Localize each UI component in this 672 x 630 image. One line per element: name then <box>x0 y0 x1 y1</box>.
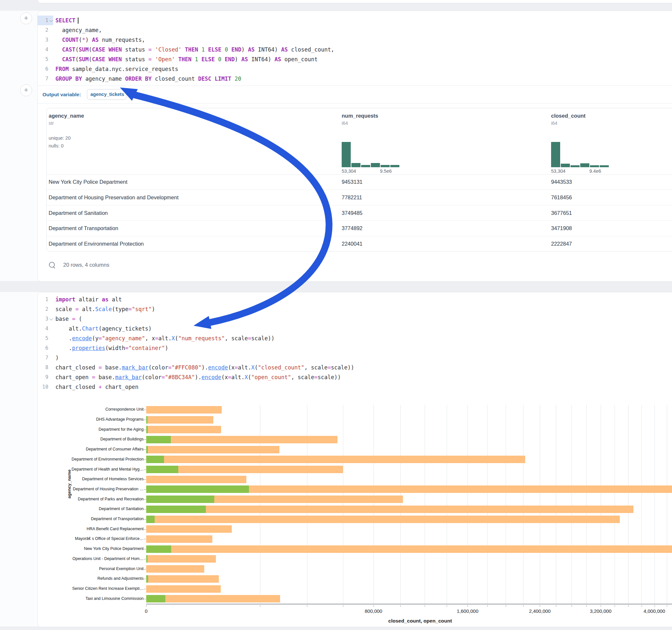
code-line: .properties(width="container") <box>55 343 168 353</box>
x-axis-tick <box>487 605 487 607</box>
previous-cell-edge <box>37 0 672 3</box>
code-line: COUNT(*) AS num_requests, <box>55 35 145 45</box>
column-stat: unique: 20 <box>49 136 71 141</box>
output-variable-row: Output variable: agency_tickets <box>38 86 672 104</box>
code-token: AS <box>281 46 288 53</box>
chevron-down-icon[interactable] <box>49 317 53 320</box>
column-header[interactable]: num_requests <box>342 113 378 119</box>
open-count-bar <box>146 466 178 473</box>
closed-count-bar <box>146 585 221 593</box>
x-axis-tick <box>374 605 374 607</box>
code-token: 0 <box>225 46 228 53</box>
line-number: 7 <box>38 353 48 363</box>
code-token: base <box>55 316 72 322</box>
line-number: 3 <box>38 314 48 324</box>
table-row[interactable]: Department of Housing Preservation and D… <box>47 190 672 205</box>
code-token <box>198 56 201 63</box>
code-token: alt. <box>55 325 82 332</box>
x-axis-tick <box>654 605 655 607</box>
code-token: alt. <box>158 335 171 342</box>
table-row[interactable]: Department of Transportation377489234719… <box>47 220 672 236</box>
gridline <box>654 405 655 604</box>
code-token: = <box>148 56 152 63</box>
code-token: chart_open <box>102 384 138 390</box>
x-axis-tick <box>556 605 556 607</box>
code-token: "container" <box>128 345 165 351</box>
line-number: 4 <box>38 45 48 54</box>
code-token <box>55 46 62 53</box>
code-line: GROUP BY agency_name ORDER BY closed_cou… <box>55 74 241 83</box>
code-token <box>221 46 225 53</box>
code-token: = <box>162 374 165 381</box>
code-token: encode <box>208 364 228 371</box>
code-line: chart_closed = base.mark_bar(color="#FFC… <box>55 363 354 372</box>
code-token: scale)) <box>251 335 274 342</box>
code-token: "closed_count" <box>258 364 304 371</box>
open-count-bar <box>146 416 147 423</box>
code-token: , scale <box>291 374 314 381</box>
code-token: (type <box>112 306 128 312</box>
y-axis-tick <box>144 479 146 480</box>
code-line: import altair as alt <box>55 295 122 304</box>
code-token: status <box>122 46 148 53</box>
code-token: chart_closed <box>55 364 99 371</box>
code-token: "#8BC34A" <box>165 374 195 381</box>
code-token: (x <box>228 364 234 371</box>
x-axis-tick-label: 2,400,000 <box>517 608 562 614</box>
code-token: agency_name, <box>55 27 102 33</box>
code-token: = <box>99 335 102 342</box>
table-row[interactable]: Department of Sanitation37494853677651 <box>47 205 672 221</box>
code-token: COUNT <box>62 37 78 43</box>
column-header[interactable]: agency_name <box>49 113 84 119</box>
gridline <box>667 405 667 604</box>
y-axis-label: Department of Housing Preservation … <box>34 487 144 491</box>
code-token: ) <box>235 56 241 63</box>
code-line: scale = alt.Scale(type="sqrt") <box>55 304 155 314</box>
code-token: AS <box>92 37 99 43</box>
table-row[interactable]: Department of Environmental Protection22… <box>47 236 672 251</box>
closed-count-bar <box>146 456 525 463</box>
code-token: = <box>72 316 75 322</box>
x-axis-tick <box>667 605 667 607</box>
y-axis-label: Personal Exemption Unit <box>34 566 144 571</box>
table-row[interactable]: New York City Police Department945313194… <box>47 174 672 190</box>
code-token: scale)) <box>331 364 354 371</box>
x-axis-tick <box>307 605 307 607</box>
table-cell: New York City Police Department <box>49 174 127 190</box>
add-cell-button[interactable]: + <box>20 84 32 96</box>
code-token: agency_name <box>82 75 125 82</box>
x-axis-tick <box>540 605 540 607</box>
open-count-bar <box>146 575 148 583</box>
open-count-bar <box>146 436 171 443</box>
table-cell: 2222847 <box>551 236 572 251</box>
add-cell-button[interactable]: + <box>20 12 32 24</box>
code-token: * <box>82 37 85 43</box>
y-axis-label: Mayorâ€ s Office of Special Enforce… <box>34 536 144 541</box>
code-token: SUM <box>79 56 89 63</box>
closed-count-bar <box>146 535 212 543</box>
output-variable-pill[interactable]: agency_tickets <box>87 89 126 100</box>
histogram-bar <box>600 165 609 167</box>
code-token: ( <box>255 364 258 371</box>
closed-count-bar <box>146 595 280 602</box>
code-token: THEN <box>185 46 198 53</box>
code-token: = <box>168 364 171 371</box>
code-token <box>105 46 109 53</box>
table-cell: Department of Sanitation <box>49 205 108 221</box>
search-icon[interactable] <box>49 262 55 268</box>
closed-count-bar <box>146 506 633 513</box>
x-axis-tick-label: 1,600,000 <box>445 608 490 614</box>
code-line: chart_closed + chart_open <box>55 382 138 392</box>
code-token: = <box>314 374 318 381</box>
y-axis-tick <box>144 469 146 470</box>
x-axis-tick-label: 3,200,000 <box>578 608 623 614</box>
notebook-page: + + 1SELECT2 agency_name,3 COUNT(*) AS n… <box>0 0 672 630</box>
code-token: END <box>232 46 241 53</box>
column-header[interactable]: closed_count <box>551 113 585 119</box>
line-number: 10 <box>38 382 48 392</box>
code-token: AS <box>274 56 281 63</box>
x-axis-tick <box>425 605 425 607</box>
y-axis-tick <box>144 519 146 519</box>
code-line: alt.Chart(agency_tickets) <box>55 324 152 334</box>
code-token: 0 <box>218 56 221 63</box>
